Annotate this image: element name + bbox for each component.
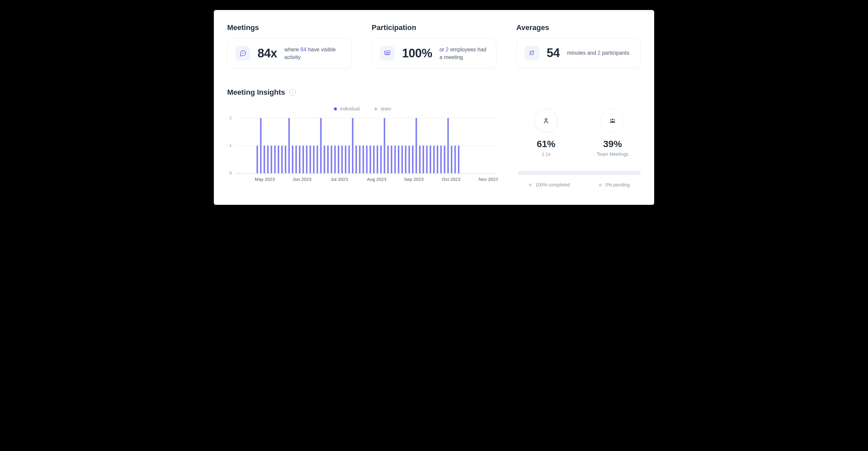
metric-participation-desc-pre: or (439, 47, 446, 52)
svg-text:Aug 2023: Aug 2023 (367, 177, 386, 182)
metric-participation-card: 100% or 2 employees had a meeting (372, 38, 496, 69)
svg-rect-38 (352, 118, 353, 174)
metric-averages-desc-pre: minutes and (567, 50, 598, 56)
svg-rect-29 (320, 118, 321, 174)
metric-averages-desc-accent: 2 (597, 50, 600, 56)
svg-rect-25 (306, 146, 307, 174)
svg-rect-54 (408, 146, 410, 174)
svg-rect-43 (370, 146, 371, 174)
svg-rect-16 (274, 146, 276, 174)
svg-text:Oct 2023: Oct 2023 (442, 177, 461, 182)
metric-meetings-desc: where 84 have visible activity (284, 46, 344, 61)
progress-bar (518, 171, 641, 175)
legend-team[interactable]: team (374, 106, 391, 112)
metric-meetings-value: 84x (257, 47, 277, 60)
svg-rect-48 (387, 146, 389, 174)
svg-rect-55 (412, 146, 413, 174)
metric-averages-value: 54 (547, 46, 560, 60)
status-row: 100% completed 0% pending (518, 182, 641, 187)
metric-averages: Averages 54 minutes and 2 participants (517, 23, 641, 69)
svg-rect-64 (444, 146, 445, 174)
svg-text:1: 1 (229, 144, 232, 148)
svg-rect-34 (338, 146, 339, 174)
svg-point-2 (387, 52, 388, 53)
svg-point-3 (388, 52, 389, 53)
metrics-row: Meetings 84x where 84 have visible activ… (227, 23, 641, 69)
people-group-icon (600, 109, 624, 133)
status-pending-label: 0% pending (605, 182, 630, 187)
legend-team-label: team (381, 106, 391, 112)
svg-rect-46 (380, 146, 382, 174)
distribution-row: 61% 1:1s 39% Team Meetings (518, 109, 641, 157)
svg-point-1 (386, 52, 386, 53)
person-icon (534, 109, 558, 133)
svg-rect-14 (267, 146, 269, 174)
svg-rect-59 (426, 146, 427, 174)
metric-meetings-title: Meetings (227, 23, 351, 32)
legend-dot-individual-icon (334, 108, 337, 111)
metric-participation-value: 100% (402, 47, 432, 60)
svg-rect-51 (398, 146, 399, 174)
metric-averages-title: Averages (517, 23, 641, 32)
svg-point-78 (610, 119, 611, 120)
svg-rect-52 (401, 146, 403, 174)
info-icon[interactable]: i (289, 89, 296, 96)
svg-rect-11 (256, 146, 258, 174)
insights-header: Meeting Insights i (227, 88, 641, 97)
svg-rect-61 (433, 146, 435, 174)
svg-rect-50 (394, 146, 396, 174)
svg-rect-32 (331, 146, 332, 174)
metric-meetings-desc-pre: where (284, 47, 301, 52)
svg-rect-45 (377, 146, 378, 174)
svg-text:Sep 2023: Sep 2023 (404, 177, 424, 182)
one-on-one-pct: 61% (518, 139, 574, 149)
svg-rect-15 (271, 146, 272, 174)
svg-text:2: 2 (229, 116, 232, 120)
svg-text:May 2023: May 2023 (255, 177, 275, 182)
chart-area[interactable]: 012May 2023Jun 2023Jul 2023Aug 2023Sep 2… (227, 116, 498, 183)
svg-text:0: 0 (229, 171, 232, 176)
svg-rect-12 (260, 118, 261, 174)
svg-text:Nov 2023: Nov 2023 (479, 177, 498, 182)
svg-rect-19 (285, 146, 286, 174)
svg-rect-53 (405, 146, 406, 174)
svg-point-79 (614, 119, 615, 120)
svg-rect-21 (292, 146, 293, 174)
svg-text:Jun 2023: Jun 2023 (292, 177, 311, 182)
legend-dot-team-icon (374, 108, 377, 111)
distribution-one-on-one[interactable]: 61% 1:1s (518, 109, 574, 157)
svg-rect-57 (419, 146, 420, 174)
metric-participation-desc: or 2 employees had a meeting (439, 46, 488, 61)
metric-meetings-desc-accent: 84 (301, 47, 307, 52)
dashboard-panel: Meetings 84x where 84 have visible activ… (214, 10, 654, 205)
legend-individual[interactable]: individual (334, 106, 360, 112)
metric-averages-desc-post: participants (600, 50, 629, 56)
status-completed: 100% completed (529, 182, 570, 187)
svg-rect-68 (458, 146, 459, 174)
metric-averages-desc: minutes and 2 participants (567, 49, 629, 57)
svg-rect-22 (295, 146, 297, 174)
svg-rect-13 (264, 146, 265, 174)
svg-rect-58 (423, 146, 424, 174)
metric-meetings-card: 84x where 84 have visible activity (227, 38, 351, 69)
svg-rect-20 (288, 118, 289, 174)
svg-rect-42 (366, 146, 367, 174)
svg-rect-62 (437, 146, 438, 174)
metric-participation: Participation 100% or 2 employees had a … (372, 23, 496, 69)
svg-rect-35 (341, 146, 343, 174)
metric-averages-card: 54 minutes and 2 participants (517, 38, 641, 68)
svg-point-76 (545, 119, 547, 121)
distribution-team[interactable]: 39% Team Meetings (584, 109, 641, 157)
svg-rect-23 (299, 146, 300, 174)
chart-legend: individual team (227, 106, 498, 112)
team-label: Team Meetings (584, 151, 641, 157)
svg-rect-66 (451, 146, 452, 174)
svg-rect-39 (355, 146, 357, 174)
insights-body: individual team 012May 2023Jun 2023Jul 2… (227, 106, 641, 187)
bar-chart: 012May 2023Jun 2023Jul 2023Aug 2023Sep 2… (227, 116, 498, 183)
chart-trend-icon (525, 46, 539, 60)
status-dot-icon (599, 183, 602, 186)
svg-rect-47 (384, 118, 385, 174)
one-on-one-label: 1:1s (518, 151, 574, 157)
svg-rect-63 (440, 146, 442, 174)
